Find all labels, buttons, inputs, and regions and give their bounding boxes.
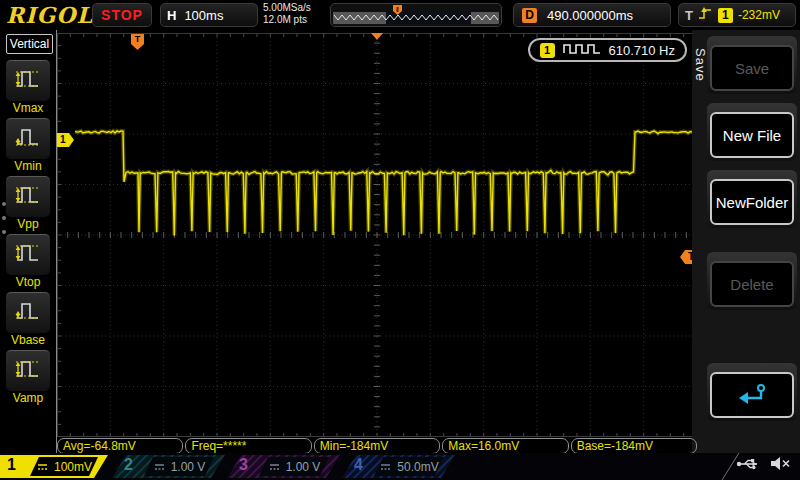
trigger-source-badge: 1 <box>718 8 733 23</box>
vmax-icon <box>13 65 43 97</box>
dc-coupling-icon <box>153 458 166 476</box>
softkey-delete[interactable]: Delete <box>707 252 797 310</box>
trigger-label: T <box>685 8 693 23</box>
measurement-min: Min=-184mV <box>314 438 440 454</box>
channel1-number: 1 <box>7 456 16 474</box>
h-label: H <box>167 8 176 23</box>
softkey-return[interactable] <box>707 363 797 421</box>
left-menu-item-vpp[interactable]: Vpp <box>0 176 56 231</box>
measurement-freq: Freq=***** <box>185 438 311 454</box>
delay-value: 490.000000ms <box>547 8 633 23</box>
vmin-icon <box>13 123 43 155</box>
left-menu-item-vmin[interactable]: Vmin <box>0 118 56 173</box>
measurement-base: Base=-184mV <box>571 438 697 454</box>
left-menu-item-vmax[interactable]: Vmax <box>0 60 56 115</box>
softkey-save[interactable]: Save <box>707 36 797 94</box>
left-menu-item-label: Vbase <box>0 333 56 347</box>
horizontal-timebase-box: H 100ms <box>160 3 258 27</box>
run-state-label: STOP <box>101 7 143 23</box>
vpp-icon <box>13 181 43 213</box>
menu-page-dots <box>2 202 6 234</box>
left-menu-item-label: Vpp <box>0 217 56 231</box>
channel4-tab[interactable]: 4 50.0mV <box>342 455 455 478</box>
left-measure-menu: Vertical VmaxVminVppVtopVbaseVamp <box>0 30 57 453</box>
waveform-record-preview[interactable] <box>330 3 502 27</box>
delay-badge: D <box>522 8 537 23</box>
channel3-scale: 1.00 V <box>286 460 321 474</box>
channel1-tab[interactable]: 1 100mV <box>0 455 108 478</box>
left-menu-item-vamp[interactable]: Vamp <box>0 350 56 405</box>
waveform-display-area: T 1 T 1 610.710 Hz <box>57 33 697 437</box>
left-menu-item-label: Vmax <box>0 101 56 115</box>
channel-status-bar: 1 100mV 2 1.00 V 3 1.00 V 4 <box>0 453 800 480</box>
softkey-newfolder[interactable]: NewFolder <box>707 170 797 228</box>
channel4-number: 4 <box>354 456 363 474</box>
frequency-value: 610.710 Hz <box>609 43 676 58</box>
return-arrow-icon <box>735 381 769 410</box>
channel4-scale: 50.0mV <box>397 460 438 474</box>
sample-rate: 5.00MSa/s <box>263 2 311 14</box>
trigger-level-value: -232mV <box>738 8 780 22</box>
channel3-tab[interactable]: 3 1.00 V <box>227 455 340 478</box>
dc-coupling-icon <box>379 458 392 476</box>
usb-icon <box>736 457 762 475</box>
left-menu-item-label: Vamp <box>0 391 56 405</box>
measurement-avg: Avg=-64.8mV <box>57 438 183 454</box>
dc-coupling-icon <box>268 458 281 476</box>
vtop-icon <box>13 239 43 271</box>
vbase-icon <box>13 297 43 329</box>
rigol-logo: RIGOL <box>6 2 93 28</box>
channel2-number: 2 <box>124 456 133 474</box>
channel2-tab[interactable]: 2 1.00 V <box>112 455 225 478</box>
channel2-scale: 1.00 V <box>171 460 206 474</box>
softkey-new-file[interactable]: New File <box>707 103 797 161</box>
trigger-info-box: T 1 -232mV <box>678 3 796 27</box>
left-menu-item-vtop[interactable]: Vtop <box>0 234 56 289</box>
channel3-number: 3 <box>239 456 248 474</box>
save-softkey-menu: Save SaveNew FileNewFolderDelete <box>692 30 800 453</box>
trigger-delay-box: D 490.000000ms <box>513 3 671 27</box>
edge-trigger-icon <box>698 6 713 25</box>
left-menu-item-label: Vtop <box>0 275 56 289</box>
channel1-scale: 100mV <box>54 460 92 474</box>
run-state-indicator[interactable]: STOP <box>92 3 152 27</box>
record-preview-graphic <box>331 4 501 26</box>
acquisition-info: 5.00MSa/s 12.0M pts <box>263 2 311 26</box>
measurement-readout-bar: Avg=-64.8mV Freq=***** Min=-184mV Max=16… <box>57 438 697 454</box>
measurement-max: Max=16.0mV <box>442 438 568 454</box>
square-wave-icon <box>562 41 602 59</box>
top-status-bar: RIGOL STOP H 100ms 5.00MSa/s 12.0M pts D… <box>0 0 800 30</box>
left-menu-item-label: Vmin <box>0 159 56 173</box>
graticule-and-trace <box>57 33 697 437</box>
frequency-counter: 1 610.710 Hz <box>528 38 688 62</box>
timebase-value: 100ms <box>184 8 223 23</box>
speaker-muted-icon <box>770 456 792 475</box>
left-menu-item-vbase[interactable]: Vbase <box>0 292 56 347</box>
dc-coupling-icon <box>36 458 49 476</box>
vamp-icon <box>13 355 43 387</box>
freq-counter-source-badge: 1 <box>540 43 555 58</box>
left-menu-title: Vertical <box>6 34 53 54</box>
memory-depth: 12.0M pts <box>263 14 311 26</box>
